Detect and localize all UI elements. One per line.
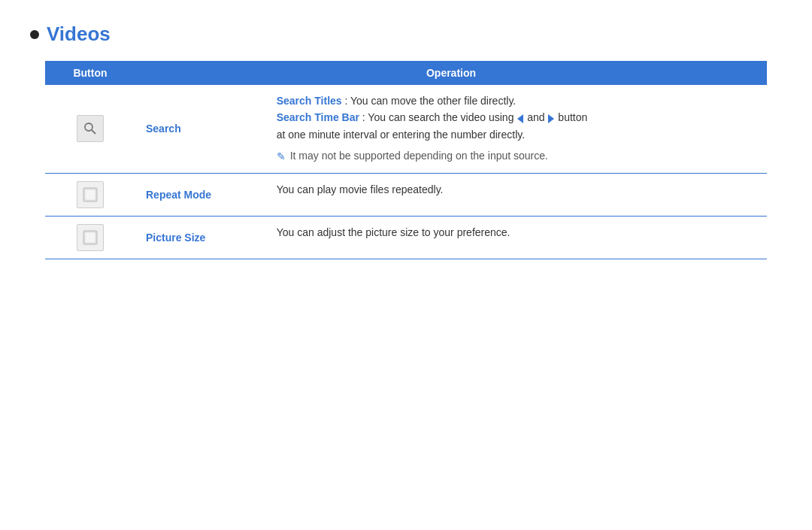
search-button-cell (45, 85, 135, 173)
search-timebar-line: Search Time Bar : You can search the vid… (277, 109, 756, 143)
search-titles-link: Search Titles (277, 95, 342, 107)
arrow-right-icon (548, 114, 554, 123)
search-timebar-text-continued: at one minute interval or entering the n… (277, 129, 525, 141)
page-header: Videos (30, 23, 782, 46)
search-titles-line: Search Titles : You can move the other f… (277, 92, 756, 109)
search-icon (77, 115, 104, 142)
svg-point-0 (85, 123, 92, 131)
table-row: Search Search Titles : You can move the … (45, 85, 767, 173)
search-timebar-link: Search Time Bar (277, 111, 359, 123)
repeat-operation-cell: You can play movie files repeatedly. (266, 173, 767, 216)
picture-button-cell (45, 216, 135, 259)
search-titles-text: : You can move the other file directly. (345, 95, 517, 107)
picture-operation-cell: You can adjust the picture size to your … (266, 216, 767, 259)
repeat-button-cell (45, 173, 135, 216)
svg-rect-3 (85, 189, 95, 200)
search-timebar-text-after: button (558, 111, 587, 123)
repeat-feature-label: Repeat Mode (135, 173, 266, 216)
search-feature-label: Search (135, 85, 266, 173)
search-note-line: ✎ It may not be supported depending on t… (277, 147, 756, 165)
repeat-operation-text: You can play movie files repeatedly. (277, 183, 444, 195)
search-note-text: It may not be supported depending on the… (290, 147, 548, 164)
picture-feature-label: Picture Size (135, 216, 266, 259)
and-text: and (527, 111, 547, 123)
note-icon: ✎ (277, 148, 286, 165)
svg-line-1 (92, 130, 95, 134)
picture-size-icon (77, 224, 104, 251)
table-header-row: Button Operation (45, 61, 767, 85)
picture-operation-text: You can adjust the picture size to your … (277, 226, 511, 238)
svg-rect-5 (85, 232, 95, 243)
col-operation-header: Operation (135, 61, 767, 85)
col-button-header: Button (45, 61, 135, 85)
bullet-icon (30, 30, 39, 39)
repeat-icon (77, 181, 104, 208)
table-row: Picture Size You can adjust the picture … (45, 216, 767, 259)
videos-table: Button Operation Search Search Titles : … (45, 61, 767, 259)
search-operation-cell: Search Titles : You can move the other f… (266, 85, 767, 173)
table-row: Repeat Mode You can play movie files rep… (45, 173, 767, 216)
page-title: Videos (47, 23, 111, 46)
search-timebar-text-before: : You can search the video using (362, 111, 517, 123)
arrow-left-icon (517, 114, 523, 123)
